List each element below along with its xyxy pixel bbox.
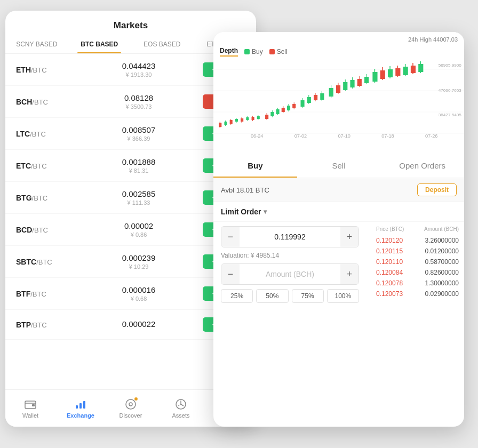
market-price-bcd: 0.00002 ¥ 0.86 — [75, 221, 203, 238]
nav-item-assets[interactable]: Assets — [156, 390, 206, 427]
tab-open-orders[interactable]: Open Orders — [380, 155, 464, 178]
nav-label-wallet: Wallet — [22, 412, 38, 419]
nav-item-exchange[interactable]: Exchange — [55, 390, 106, 427]
ob-row-2: 0.120110 0.58700000 — [376, 257, 459, 267]
svg-text:07-18: 07-18 — [381, 133, 394, 138]
nav-item-wallet[interactable]: Wallet — [5, 390, 55, 427]
order-book: Price (BTC) Amount (BCH) 0.120120 3.2600… — [371, 222, 464, 307]
market-pair-eth: ETH/BTC — [16, 66, 75, 74]
assets-icon — [174, 398, 187, 411]
market-pair-bch: BCH/BTC — [16, 98, 75, 106]
discover-icon — [124, 398, 137, 411]
trade-inputs: − + Valuation: ¥ 4985.14 − + 25% 50% 75% — [213, 222, 367, 307]
markets-title: Markets — [5, 11, 256, 31]
depth-btn[interactable]: Depth — [220, 47, 238, 57]
amount-input-row: − + — [221, 263, 359, 285]
market-pair-ltc: LTC/BTC — [16, 130, 75, 138]
percent-row: 25% 50% 75% 100% — [221, 289, 359, 303]
order-book-header: Price (BTC) Amount (BCH) — [376, 224, 459, 235]
svg-rect-23 — [246, 117, 249, 120]
ob-row-3: 0.120084 0.82600000 — [376, 267, 459, 278]
market-price-btg: 0.002585 ¥ 111.33 — [75, 189, 203, 206]
tab-btc[interactable]: BTC BASED — [68, 36, 131, 53]
tab-buy[interactable]: Buy — [213, 155, 297, 178]
exchange-icon — [74, 398, 87, 411]
nav-label-discover: Discover — [120, 412, 142, 419]
svg-rect-15 — [224, 122, 227, 125]
svg-rect-1 — [32, 404, 35, 406]
svg-text:56905.9900: 56905.9900 — [439, 63, 462, 68]
market-price-etc: 0.001888 ¥ 81.31 — [75, 157, 203, 174]
nav-label-assets: Assets — [172, 412, 189, 419]
market-price-sbtc: 0.000239 ¥ 10.29 — [75, 253, 203, 270]
svg-rect-4 — [83, 401, 85, 409]
svg-rect-3 — [79, 403, 82, 409]
price-decrement-button[interactable]: − — [221, 227, 240, 247]
chart-area: 24h High 44007.03 Depth Buy Sell — [213, 32, 464, 155]
svg-point-6 — [129, 403, 132, 406]
trade-form-area: − + Valuation: ¥ 4985.14 − + 25% 50% 75% — [213, 222, 464, 307]
pct-50-button[interactable]: 50% — [256, 289, 288, 303]
market-pair-btf: BTF/BTC — [16, 290, 75, 298]
trade-tabs: Buy Sell Open Orders — [213, 155, 464, 178]
pct-100-button[interactable]: 100% — [327, 289, 359, 303]
svg-text:06-24: 06-24 — [251, 133, 263, 138]
valuation-text: Valuation: ¥ 4985.14 — [221, 252, 359, 263]
market-price-btp: 0.000022 — [75, 319, 203, 330]
market-pair-sbtc: SBTC/BTC — [16, 258, 75, 266]
tab-scny[interactable]: SCNY BASED — [5, 36, 68, 53]
tab-sell[interactable]: Sell — [297, 155, 381, 178]
market-pair-etc: ETC/BTC — [16, 162, 75, 170]
ob-row-4: 0.120078 1.30000000 — [376, 278, 459, 289]
ob-row-5: 0.120073 0.02900000 — [376, 289, 459, 299]
chart-svg: 06-24 07-02 07-10 07-18 07-26 56905.9900… — [213, 59, 464, 139]
tab-eos[interactable]: EOS BASED — [131, 36, 194, 53]
trade-avbl-bar: Avbl 18.01 BTC Deposit — [213, 178, 464, 202]
svg-point-5 — [126, 399, 136, 409]
ob-row-1: 0.120115 0.01200000 — [376, 246, 459, 257]
price-increment-button[interactable]: + — [340, 227, 359, 247]
svg-text:47666.7653: 47666.7653 — [439, 88, 462, 93]
svg-rect-2 — [76, 405, 78, 409]
market-price-ltc: 0.008507 ¥ 366.39 — [75, 125, 203, 142]
order-type-selector[interactable]: Limit Order ▾ — [213, 202, 464, 222]
market-pair-bcd: BCD/BTC — [16, 226, 75, 234]
nav-item-discover[interactable]: Discover — [106, 390, 156, 427]
avbl-text: Avbl 18.01 BTC — [221, 186, 269, 194]
chevron-down-icon: ▾ — [264, 208, 267, 215]
svg-text:07-10: 07-10 — [338, 133, 350, 138]
svg-rect-27 — [257, 116, 260, 119]
nav-label-exchange: Exchange — [67, 412, 94, 419]
svg-rect-19 — [235, 119, 238, 122]
market-pair-btg: BTG/BTC — [16, 194, 75, 202]
ob-row-0: 0.120120 3.26000000 — [376, 235, 459, 246]
legend-buy: Buy — [244, 48, 263, 55]
chart-info-bar: 24h High 44007.03 — [213, 36, 464, 43]
amount-decrement-button[interactable]: − — [221, 264, 240, 284]
svg-text:07-02: 07-02 — [294, 133, 307, 138]
legend-sell: Sell — [269, 48, 288, 55]
svg-text:07-26: 07-26 — [425, 133, 437, 138]
deposit-button[interactable]: Deposit — [417, 183, 457, 196]
market-price-bch: 0.08128 ¥ 3500.73 — [75, 93, 203, 110]
screen-container: Markets SCNY BASED BTC BASED EOS BASED E… — [0, 0, 478, 448]
price-input[interactable] — [240, 227, 340, 247]
chart-toolbar: Depth Buy Sell — [213, 45, 464, 59]
market-price-eth: 0.044423 ¥ 1913.30 — [75, 61, 203, 78]
price-input-row: − + — [221, 226, 359, 247]
wallet-icon — [24, 398, 37, 411]
market-pair-btp: BTP/BTC — [16, 321, 75, 329]
amount-increment-button[interactable]: + — [340, 264, 359, 284]
amount-input[interactable] — [240, 264, 340, 284]
market-price-btf: 0.000016 ¥ 0.68 — [75, 285, 203, 302]
trading-panel: 24h High 44007.03 Depth Buy Sell — [213, 32, 464, 427]
svg-text:38427.5405: 38427.5405 — [439, 113, 462, 117]
pct-25-button[interactable]: 25% — [221, 289, 253, 303]
pct-75-button[interactable]: 75% — [292, 289, 324, 303]
